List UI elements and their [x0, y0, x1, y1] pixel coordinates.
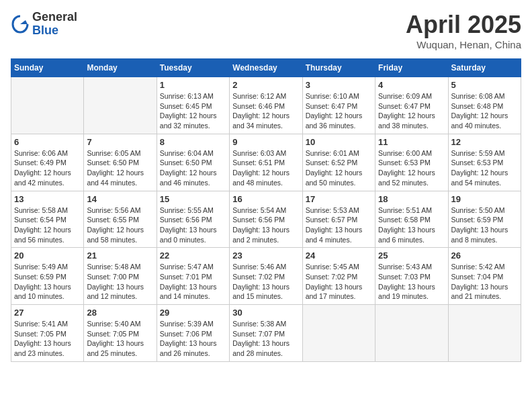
calendar-cell: 15Sunrise: 5:55 AM Sunset: 6:56 PM Dayli…: [157, 191, 229, 248]
logo-icon: [11, 15, 30, 34]
day-info: Sunrise: 5:49 AM Sunset: 6:59 PM Dayligh…: [14, 262, 81, 302]
day-info: Sunrise: 5:39 AM Sunset: 7:06 PM Dayligh…: [160, 319, 226, 359]
logo-general: General: [32, 11, 77, 24]
day-number: 12: [451, 137, 518, 147]
logo-text: General Blue: [32, 11, 77, 38]
calendar-cell: 13Sunrise: 5:58 AM Sunset: 6:54 PM Dayli…: [11, 191, 84, 248]
day-info: Sunrise: 6:09 AM Sunset: 6:47 PM Dayligh…: [378, 91, 445, 131]
calendar-cell: 28Sunrise: 5:40 AM Sunset: 7:05 PM Dayli…: [84, 305, 157, 362]
day-number: 8: [160, 137, 226, 147]
location: Wuquan, Henan, China: [406, 39, 521, 50]
day-info: Sunrise: 6:10 AM Sunset: 6:47 PM Dayligh…: [306, 91, 372, 131]
day-info: Sunrise: 5:47 AM Sunset: 7:01 PM Dayligh…: [160, 262, 226, 302]
calendar-cell: 25Sunrise: 5:43 AM Sunset: 7:03 PM Dayli…: [375, 248, 448, 305]
header-cell-saturday: Saturday: [448, 59, 521, 77]
calendar-cell: 20Sunrise: 5:49 AM Sunset: 6:59 PM Dayli…: [11, 248, 84, 305]
calendar-cell: 19Sunrise: 5:50 AM Sunset: 6:59 PM Dayli…: [448, 191, 521, 248]
title-block: April 2025 Wuquan, Henan, China: [406, 11, 521, 50]
day-number: 23: [232, 250, 299, 261]
calendar-week-2: 13Sunrise: 5:58 AM Sunset: 6:54 PM Dayli…: [11, 191, 521, 248]
calendar-week-0: 1Sunrise: 6:13 AM Sunset: 6:45 PM Daylig…: [11, 77, 521, 134]
calendar-cell: 11Sunrise: 6:00 AM Sunset: 6:53 PM Dayli…: [375, 134, 448, 191]
day-number: 19: [451, 194, 518, 204]
day-number: 16: [232, 194, 299, 204]
day-info: Sunrise: 6:06 AM Sunset: 6:49 PM Dayligh…: [14, 148, 81, 188]
day-number: 17: [306, 194, 372, 204]
day-info: Sunrise: 5:51 AM Sunset: 6:58 PM Dayligh…: [378, 205, 445, 245]
header-cell-wednesday: Wednesday: [230, 59, 302, 77]
header-cell-tuesday: Tuesday: [157, 59, 229, 77]
header-cell-friday: Friday: [375, 59, 448, 77]
calendar-cell: 16Sunrise: 5:54 AM Sunset: 6:56 PM Dayli…: [230, 191, 302, 248]
calendar-cell: 26Sunrise: 5:42 AM Sunset: 7:04 PM Dayli…: [448, 248, 521, 305]
calendar-cell: 23Sunrise: 5:46 AM Sunset: 7:02 PM Dayli…: [230, 248, 302, 305]
day-number: 3: [306, 80, 372, 90]
page-header: General Blue April 2025 Wuquan, Henan, C…: [11, 11, 521, 50]
day-info: Sunrise: 5:58 AM Sunset: 6:54 PM Dayligh…: [14, 205, 81, 245]
day-info: Sunrise: 5:48 AM Sunset: 7:00 PM Dayligh…: [87, 262, 153, 302]
calendar-cell: [84, 77, 157, 134]
day-info: Sunrise: 6:04 AM Sunset: 6:50 PM Dayligh…: [160, 148, 226, 188]
day-info: Sunrise: 6:01 AM Sunset: 6:52 PM Dayligh…: [306, 148, 372, 188]
calendar-cell: 1Sunrise: 6:13 AM Sunset: 6:45 PM Daylig…: [157, 77, 229, 134]
day-number: 18: [378, 194, 445, 204]
day-number: 7: [87, 137, 153, 147]
day-info: Sunrise: 6:12 AM Sunset: 6:46 PM Dayligh…: [232, 91, 299, 131]
calendar-header: SundayMondayTuesdayWednesdayThursdayFrid…: [11, 59, 521, 77]
calendar-body: 1Sunrise: 6:13 AM Sunset: 6:45 PM Daylig…: [11, 77, 521, 362]
logo-blue: Blue: [32, 24, 77, 38]
calendar-cell: [375, 305, 448, 362]
header-cell-thursday: Thursday: [302, 59, 375, 77]
logo: General Blue: [11, 11, 77, 38]
day-number: 1: [160, 80, 226, 90]
calendar-week-1: 6Sunrise: 6:06 AM Sunset: 6:49 PM Daylig…: [11, 134, 521, 191]
day-number: 13: [14, 194, 81, 204]
calendar-week-4: 27Sunrise: 5:41 AM Sunset: 7:05 PM Dayli…: [11, 305, 521, 362]
calendar-cell: 30Sunrise: 5:38 AM Sunset: 7:07 PM Dayli…: [230, 305, 302, 362]
day-info: Sunrise: 5:43 AM Sunset: 7:03 PM Dayligh…: [378, 262, 445, 302]
calendar-cell: 8Sunrise: 6:04 AM Sunset: 6:50 PM Daylig…: [157, 134, 229, 191]
day-info: Sunrise: 6:05 AM Sunset: 6:50 PM Dayligh…: [87, 148, 153, 188]
calendar-cell: 14Sunrise: 5:56 AM Sunset: 6:55 PM Dayli…: [84, 191, 157, 248]
day-info: Sunrise: 5:54 AM Sunset: 6:56 PM Dayligh…: [232, 205, 299, 245]
header-row: SundayMondayTuesdayWednesdayThursdayFrid…: [11, 59, 521, 77]
calendar-cell: 21Sunrise: 5:48 AM Sunset: 7:00 PM Dayli…: [84, 248, 157, 305]
calendar-cell: 9Sunrise: 6:03 AM Sunset: 6:51 PM Daylig…: [230, 134, 302, 191]
calendar-cell: 24Sunrise: 5:45 AM Sunset: 7:02 PM Dayli…: [302, 248, 375, 305]
day-number: 9: [232, 137, 299, 147]
calendar-cell: 6Sunrise: 6:06 AM Sunset: 6:49 PM Daylig…: [11, 134, 84, 191]
day-number: 24: [306, 250, 372, 261]
calendar-cell: 7Sunrise: 6:05 AM Sunset: 6:50 PM Daylig…: [84, 134, 157, 191]
day-number: 2: [232, 80, 299, 90]
day-info: Sunrise: 5:40 AM Sunset: 7:05 PM Dayligh…: [87, 319, 153, 359]
day-info: Sunrise: 5:46 AM Sunset: 7:02 PM Dayligh…: [232, 262, 299, 302]
calendar-cell: 3Sunrise: 6:10 AM Sunset: 6:47 PM Daylig…: [302, 77, 375, 134]
day-number: 15: [160, 194, 226, 204]
calendar-table: SundayMondayTuesdayWednesdayThursdayFrid…: [11, 58, 521, 362]
day-number: 27: [14, 308, 81, 318]
day-number: 11: [378, 137, 445, 147]
calendar-cell: 2Sunrise: 6:12 AM Sunset: 6:46 PM Daylig…: [230, 77, 302, 134]
calendar-cell: 17Sunrise: 5:53 AM Sunset: 6:57 PM Dayli…: [302, 191, 375, 248]
calendar-cell: 18Sunrise: 5:51 AM Sunset: 6:58 PM Dayli…: [375, 191, 448, 248]
day-number: 4: [378, 80, 445, 90]
day-number: 22: [160, 250, 226, 261]
calendar-cell: 10Sunrise: 6:01 AM Sunset: 6:52 PM Dayli…: [302, 134, 375, 191]
calendar-cell: 5Sunrise: 6:08 AM Sunset: 6:48 PM Daylig…: [448, 77, 521, 134]
day-info: Sunrise: 5:42 AM Sunset: 7:04 PM Dayligh…: [451, 262, 518, 302]
day-info: Sunrise: 6:13 AM Sunset: 6:45 PM Dayligh…: [160, 91, 226, 131]
day-info: Sunrise: 5:53 AM Sunset: 6:57 PM Dayligh…: [306, 205, 372, 245]
calendar-cell: 27Sunrise: 5:41 AM Sunset: 7:05 PM Dayli…: [11, 305, 84, 362]
day-number: 6: [14, 137, 81, 147]
day-number: 28: [87, 308, 153, 318]
calendar-cell: 4Sunrise: 6:09 AM Sunset: 6:47 PM Daylig…: [375, 77, 448, 134]
calendar-week-3: 20Sunrise: 5:49 AM Sunset: 6:59 PM Dayli…: [11, 248, 521, 305]
day-number: 21: [87, 250, 153, 261]
day-info: Sunrise: 6:03 AM Sunset: 6:51 PM Dayligh…: [232, 148, 299, 188]
calendar-cell: 22Sunrise: 5:47 AM Sunset: 7:01 PM Dayli…: [157, 248, 229, 305]
day-info: Sunrise: 5:45 AM Sunset: 7:02 PM Dayligh…: [306, 262, 372, 302]
calendar-cell: 12Sunrise: 5:59 AM Sunset: 6:53 PM Dayli…: [448, 134, 521, 191]
day-info: Sunrise: 5:38 AM Sunset: 7:07 PM Dayligh…: [232, 319, 299, 359]
day-info: Sunrise: 5:41 AM Sunset: 7:05 PM Dayligh…: [14, 319, 81, 359]
day-number: 5: [451, 80, 518, 90]
